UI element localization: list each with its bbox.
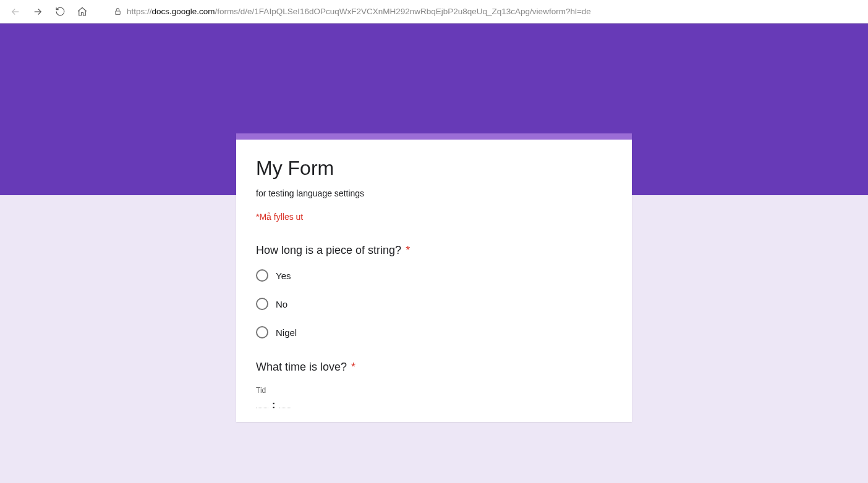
form-description: for testing language settings [256,188,612,198]
radio-option-no[interactable]: No [256,298,612,310]
required-asterisk-icon: * [351,361,355,373]
question-title-1: How long is a piece of string? * [256,244,612,257]
url-text: https://docs.google.com/forms/d/e/1FAIpQ… [127,7,591,16]
question-title-2: What time is love? * [256,361,612,374]
question-block-2: What time is love? * Tid : [236,356,632,422]
page-viewport: My Form for testing language settings *M… [0,23,868,483]
url-host: docs.google.com [152,7,215,16]
arrow-left-icon [10,6,21,17]
radio-option-yes[interactable]: Yes [256,269,612,282]
question-text-2: What time is love? [256,361,347,373]
time-label: Tid [256,386,612,395]
lock-icon [114,7,122,15]
refresh-button[interactable] [51,2,69,21]
address-bar[interactable]: https://docs.google.com/forms/d/e/1FAIpQ… [109,3,854,20]
radio-label: No [276,299,287,309]
home-button[interactable] [73,2,91,21]
form-accent-bar [236,133,632,140]
form-header: My Form for testing language settings *M… [236,140,632,239]
url-path: /forms/d/e/1FAIpQLSeI16dOPcuqWxF2VCXnMH2… [215,7,591,16]
radio-option-nigel[interactable]: Nigel [256,326,612,338]
question-block-1: How long is a piece of string? * Yes No … [236,239,632,356]
radio-label: Yes [276,271,291,281]
radio-icon [256,269,268,282]
time-colon: : [271,400,276,411]
radio-label: Nigel [276,327,297,338]
time-minute-field[interactable] [279,406,291,408]
forward-button[interactable] [28,2,47,21]
time-hour-field[interactable] [256,406,268,408]
question-text-1: How long is a piece of string? [256,244,401,256]
radio-icon [256,326,268,338]
form-card: My Form for testing language settings *M… [236,133,632,422]
url-prefix: https:// [127,7,152,16]
form-title: My Form [256,157,612,180]
time-input[interactable]: : [256,400,612,411]
required-asterisk-icon: * [406,244,410,256]
refresh-icon [55,6,66,17]
svg-rect-0 [116,11,121,14]
back-button[interactable] [6,2,25,21]
required-legend: *Må fylles ut [256,212,612,222]
home-icon [77,6,88,17]
browser-toolbar: https://docs.google.com/forms/d/e/1FAIpQ… [0,0,868,23]
radio-icon [256,298,268,310]
arrow-right-icon [32,6,43,17]
